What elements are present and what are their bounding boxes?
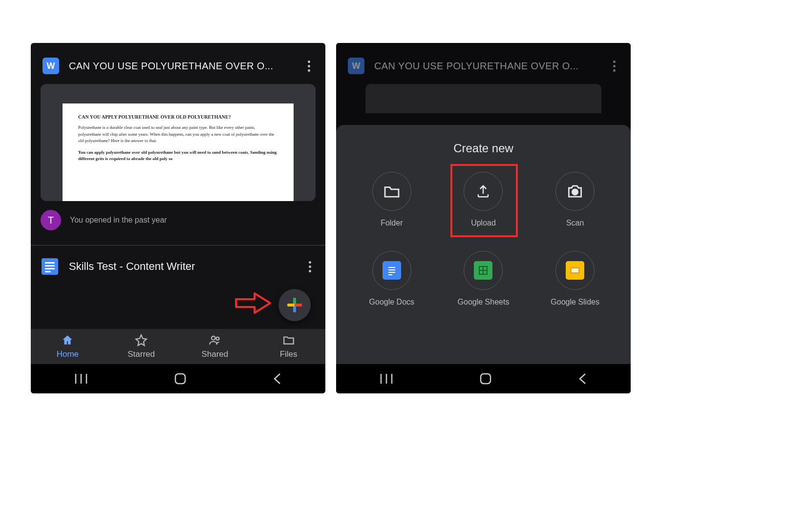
create-scan[interactable]: Scan: [529, 172, 621, 227]
nav-label: Starred: [128, 349, 155, 359]
svg-rect-18: [481, 374, 490, 384]
svg-rect-5: [175, 374, 185, 384]
document-preview[interactable]: CAN YOU APPLY POLYURETHANE OVER OLD POLY…: [41, 84, 316, 201]
recents-button[interactable]: [74, 373, 88, 385]
phone-left: W CAN YOU USE POLYURETHANE OVER O... CAN…: [31, 43, 325, 393]
more-options-icon: [609, 61, 619, 72]
create-folder[interactable]: Folder: [346, 172, 438, 227]
svg-point-1: [216, 337, 219, 340]
sheet-title: Create new: [346, 142, 621, 155]
camera-icon: [567, 184, 583, 198]
system-nav-bar: [31, 364, 325, 393]
back-button[interactable]: [578, 372, 588, 385]
google-slides-icon: [566, 261, 584, 280]
svg-point-0: [212, 336, 215, 340]
home-button[interactable]: [174, 372, 187, 385]
star-icon: [134, 334, 148, 347]
sheet-item-label: Google Sheets: [458, 298, 510, 307]
word-icon: W: [348, 58, 364, 74]
dimmed-preview: [365, 84, 601, 113]
create-upload[interactable]: Upload: [438, 172, 530, 227]
upload-icon: [476, 184, 490, 199]
nav-label: Files: [280, 349, 298, 359]
bottom-nav: Home Starred Shared Files: [31, 329, 325, 364]
create-google-slides[interactable]: Google Slides: [529, 251, 621, 307]
annotation-arrow: [235, 292, 272, 314]
file-card-header[interactable]: W CAN YOU USE POLYURETHANE OVER O...: [31, 43, 325, 84]
home-button[interactable]: [479, 372, 492, 385]
opened-text: You opened in the past year: [70, 216, 167, 225]
more-options-icon[interactable]: [304, 61, 314, 72]
file-title: CAN YOU USE POLYURETHANE OVER O...: [69, 61, 294, 72]
create-new-sheet: Create new Folder Upload Scan: [336, 125, 631, 364]
nav-home[interactable]: Home: [31, 329, 105, 364]
people-icon: [208, 334, 222, 347]
sheet-item-label: Scan: [566, 219, 584, 227]
file-list-title: Skills Test - Content Writer: [69, 260, 294, 273]
nav-label: Shared: [201, 349, 228, 359]
word-icon: W: [43, 58, 59, 74]
nav-starred[interactable]: Starred: [105, 329, 178, 364]
plus-icon: [287, 298, 302, 312]
sheet-item-label: Google Slides: [551, 298, 599, 307]
file-list-item[interactable]: Skills Test - Content Writer: [31, 246, 325, 287]
google-docs-icon: [383, 261, 401, 280]
avatar: T: [41, 210, 61, 230]
dimmed-header: W CAN YOU USE POLYURETHANE OVER O...: [336, 43, 631, 84]
more-options-icon[interactable]: [305, 261, 315, 272]
opened-info-row: T You opened in the past year: [31, 201, 325, 245]
doc-heading: CAN YOU APPLY POLYURETHANE OVER OLD POLY…: [78, 114, 278, 120]
back-button[interactable]: [273, 372, 282, 385]
create-google-docs[interactable]: Google Docs: [346, 251, 438, 307]
sheet-grid: Folder Upload Scan Google Docs: [346, 172, 621, 307]
doc-paragraph: Polyurethane is a durable clear coat use…: [78, 124, 278, 144]
home-icon: [61, 334, 74, 347]
folder-icon: [281, 334, 296, 347]
sheet-item-label: Folder: [381, 219, 403, 227]
folder-icon: [383, 184, 400, 198]
nav-label: Home: [57, 349, 79, 359]
phone-right: W CAN YOU USE POLYURETHANE OVER O... Cre…: [336, 43, 631, 393]
nav-files[interactable]: Files: [252, 329, 325, 364]
create-new-fab[interactable]: [278, 289, 311, 321]
sheet-item-label: Upload: [471, 219, 496, 227]
google-docs-icon: [42, 258, 58, 275]
nav-shared[interactable]: Shared: [178, 329, 252, 364]
google-sheets-icon: [474, 261, 492, 280]
file-title: CAN YOU USE POLYURETHANE OVER O...: [374, 61, 599, 72]
svg-point-6: [573, 189, 578, 195]
document-page: CAN YOU APPLY POLYURETHANE OVER OLD POLY…: [63, 103, 294, 201]
recents-button[interactable]: [379, 373, 394, 385]
svg-rect-14: [571, 268, 579, 273]
system-nav-bar: [336, 364, 631, 393]
create-google-sheets[interactable]: Google Sheets: [438, 251, 530, 307]
sheet-item-label: Google Docs: [369, 298, 415, 307]
doc-bold-text: You can apply polyurethane over old poly…: [78, 149, 278, 163]
